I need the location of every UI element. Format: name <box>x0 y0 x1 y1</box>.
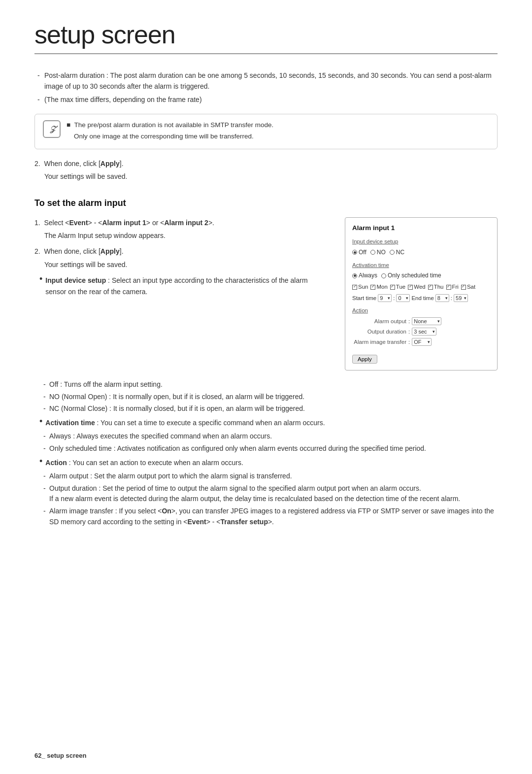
day-thu[interactable]: Thu <box>428 282 444 291</box>
day-sun-label: Sun <box>358 282 368 291</box>
action-colon-2: : <box>408 327 410 336</box>
day-wed[interactable]: Wed <box>408 282 425 291</box>
input-device-sub-list: Off : Turns off the alarm input setting.… <box>41 379 498 414</box>
time-row: Start time 9 : 0 End time 8 : 59 <box>352 294 490 303</box>
two-col-layout: 1. Select <Event> - <Alarm input 1> or <… <box>34 217 498 370</box>
checkbox-thu[interactable] <box>428 285 433 290</box>
alarm-box-title: Alarm input 1 <box>352 223 490 234</box>
apply-btn-wrapper: Apply <box>352 351 490 364</box>
day-thu-label: Thu <box>434 282 444 291</box>
radio-always-label: Always <box>359 271 377 280</box>
page-footer: 62_ setup screen <box>34 752 87 759</box>
output-duration-select[interactable]: 3 sec <box>412 328 436 336</box>
radio-off-btn[interactable] <box>352 250 357 255</box>
radio-nc-btn[interactable] <box>390 250 395 255</box>
page-title: setup screen <box>34 20 498 54</box>
bullet-activation-time: • Activation time : You can set a time t… <box>39 417 498 428</box>
activation-sub-list: Always : Always executes the specified c… <box>41 431 498 454</box>
start-time-label: Start time <box>352 294 376 303</box>
radio-no-btn[interactable] <box>370 250 375 255</box>
day-tue[interactable]: Tue <box>390 282 405 291</box>
sub-item-no: NO (Normal Open) : It is normally open, … <box>41 392 498 403</box>
step-2-header: 2. When done, click [Apply]. <box>34 246 330 257</box>
checkbox-wed[interactable] <box>408 285 413 290</box>
day-fri[interactable]: Fri <box>446 282 459 291</box>
day-mon[interactable]: Mon <box>370 282 387 291</box>
alarm-output-row: Alarm output : None <box>352 317 490 326</box>
alarm-box: Alarm input 1 Input device setup Off NO … <box>345 217 498 370</box>
end-hour-select[interactable]: 8 <box>435 294 449 302</box>
radio-no-label: NO <box>377 248 386 257</box>
step-2-before: 2. When done, click [Apply]. Your settin… <box>34 158 498 182</box>
page: setup screen Post-alarm duration : The p… <box>0 0 532 774</box>
step-2-sub: Your settings will be saved. <box>44 259 330 270</box>
step-2-before-header: 2. When done, click [Apply]. <box>34 158 498 169</box>
day-fri-label: Fri <box>452 282 459 291</box>
bullet-dot-1: • <box>39 274 42 297</box>
output-duration-row: Output duration : 3 sec <box>352 327 490 336</box>
radio-nc-label: NC <box>396 248 404 257</box>
checkbox-tue[interactable] <box>390 285 395 290</box>
day-wed-label: Wed <box>414 282 425 291</box>
checkbox-sat[interactable] <box>461 285 466 290</box>
sub-item-scheduled: Only scheduled time : Activates notifica… <box>41 443 498 454</box>
sub-item-alarm-image: Alarm image transfer : If you select <On… <box>41 506 498 527</box>
checkbox-fri[interactable] <box>446 285 451 290</box>
note-line-1: ■ The pre/post alarm duration is not ava… <box>66 120 273 131</box>
activation-label: Activation time <box>352 261 490 269</box>
step-2: 2. When done, click [Apply]. Your settin… <box>34 246 330 270</box>
step-1-header: 1. Select <Event> - <Alarm input 1> or <… <box>34 217 330 228</box>
time-colon-2: : <box>451 294 452 303</box>
apply-button[interactable]: Apply <box>352 355 377 364</box>
action-colon-3: : <box>408 337 410 346</box>
days-row: Sun Mon Tue Wed <box>352 282 490 291</box>
day-sat-label: Sat <box>467 282 475 291</box>
checkbox-sun[interactable] <box>352 285 357 290</box>
action-section-label: Action <box>352 306 490 315</box>
radio-always-btn[interactable] <box>352 273 357 278</box>
sub-item-output-duration: Output duration : Set the period of time… <box>41 483 498 505</box>
radio-always[interactable]: Always <box>352 271 377 280</box>
note-box: 𝒵 ■ The pre/post alarm duration is not a… <box>34 114 498 149</box>
action-sub-list: Alarm output : Set the alarm output port… <box>41 471 498 527</box>
intro-bullet-1: Post-alarm duration : The post alarm dur… <box>34 70 498 92</box>
radio-scheduled[interactable]: Only scheduled time <box>381 271 441 280</box>
output-duration-label: Output duration <box>352 327 406 336</box>
alarm-image-row: Alarm image transfer : OF <box>352 337 490 346</box>
end-time-label: End time <box>411 294 433 303</box>
time-colon-1: : <box>393 294 395 303</box>
radio-no[interactable]: NO <box>370 248 386 257</box>
start-min-select[interactable]: 0 <box>396 294 410 302</box>
sub-item-alarm-output: Alarm output : Set the alarm output port… <box>41 471 498 482</box>
bullet-action: • Action : You can set an action to exec… <box>39 457 498 468</box>
note-line-2: Only one image at the corresponding time… <box>66 132 273 142</box>
radio-off[interactable]: Off <box>352 248 366 257</box>
radio-nc[interactable]: NC <box>390 248 404 257</box>
sub-item-nc: NC (Normal Close) : It is normally close… <box>41 404 498 414</box>
bullet-dot-3: • <box>39 457 42 468</box>
note-text: ■ The pre/post alarm duration is not ava… <box>66 120 273 143</box>
day-mon-label: Mon <box>376 282 387 291</box>
alarm-image-select[interactable]: OF <box>412 338 432 346</box>
alarm-image-label: Alarm image transfer <box>352 337 406 346</box>
bullet-activation-text: Activation time : You can set a time to … <box>45 417 325 428</box>
day-sun[interactable]: Sun <box>352 282 368 291</box>
intro-bullet-2: (The max time differs, depending on the … <box>34 94 498 105</box>
step-1: 1. Select <Event> - <Alarm input 1> or <… <box>34 217 330 241</box>
step-1-sub: The Alarm Input setup window appears. <box>44 230 330 241</box>
radio-scheduled-btn[interactable] <box>381 273 386 278</box>
bullet-action-text: Action : You can set an action to execut… <box>45 457 243 468</box>
radio-off-label: Off <box>359 248 366 257</box>
day-sat[interactable]: Sat <box>461 282 475 291</box>
start-hour-select[interactable]: 9 <box>378 294 392 302</box>
note-icon: 𝒵 <box>43 120 61 138</box>
alarm-output-select[interactable]: None <box>412 317 441 325</box>
day-tue-label: Tue <box>396 282 405 291</box>
checkbox-mon[interactable] <box>370 285 375 290</box>
bullet-input-device-text: Input device setup : Select an input typ… <box>45 275 330 297</box>
end-min-select[interactable]: 59 <box>454 294 468 302</box>
radio-scheduled-label: Only scheduled time <box>388 271 441 280</box>
bullet-dot-2: • <box>39 417 42 428</box>
alarm-input-device-label: Input device setup <box>352 237 490 246</box>
alarm-radio-row: Off NO NC <box>352 248 490 257</box>
